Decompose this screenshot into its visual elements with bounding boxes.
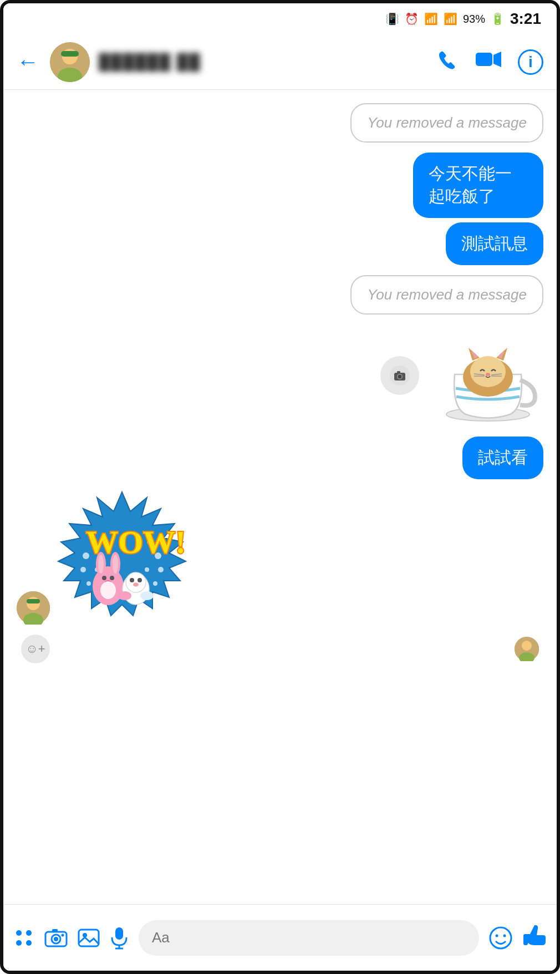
svg-point-76 bbox=[503, 934, 506, 937]
svg-point-45 bbox=[113, 555, 118, 574]
emoji-icon bbox=[489, 926, 512, 950]
chat-area: You removed a message 今天不能一起吃飯了 測試訊息 You… bbox=[3, 90, 557, 904]
svg-rect-67 bbox=[52, 929, 58, 932]
message-bubble-6[interactable]: 試試看 bbox=[462, 437, 543, 479]
svg-point-49 bbox=[100, 581, 116, 599]
nav-bar: ← ██████ ██ i bbox=[3, 34, 557, 90]
reaction-row: ☺+ bbox=[17, 635, 543, 663]
input-bar bbox=[3, 904, 557, 971]
battery-percent: 93% bbox=[463, 13, 485, 26]
status-icons: 📳 ⏰ 📶 📶 93% 🔋 3:21 bbox=[385, 10, 541, 28]
svg-point-74 bbox=[490, 927, 511, 948]
contact-name-blurred: ██████ ██ bbox=[99, 53, 201, 71]
own-avatar-small bbox=[515, 637, 539, 661]
svg-point-61 bbox=[16, 940, 22, 946]
svg-point-33 bbox=[86, 581, 91, 586]
battery-icon: 🔋 bbox=[491, 12, 505, 26]
status-bar: 📳 ⏰ 📶 📶 93% 🔋 3:21 bbox=[3, 3, 557, 34]
sticker-wow-row: WOW! bbox=[17, 489, 543, 625]
info-icon-label: i bbox=[528, 53, 533, 71]
wow-sticker-svg: WOW! bbox=[55, 489, 189, 622]
svg-rect-69 bbox=[79, 930, 99, 946]
svg-point-52 bbox=[130, 578, 134, 582]
emoji-add-button[interactable]: ☺+ bbox=[21, 635, 50, 663]
svg-point-19 bbox=[486, 373, 490, 376]
message-bubble-3[interactable]: 測試訊息 bbox=[446, 222, 543, 265]
cat-sticker bbox=[432, 324, 543, 427]
svg-point-10 bbox=[398, 375, 402, 379]
svg-point-58 bbox=[522, 641, 532, 651]
thumbs-up-icon bbox=[522, 923, 547, 947]
mic-button[interactable] bbox=[110, 926, 129, 950]
contact-name: ██████ ██ bbox=[99, 53, 428, 71]
svg-point-63 bbox=[26, 940, 32, 946]
signal-icon: 📶 bbox=[444, 12, 457, 26]
svg-point-32 bbox=[80, 567, 86, 572]
svg-point-14 bbox=[470, 356, 506, 387]
svg-point-60 bbox=[16, 930, 22, 936]
message-row-4: You removed a message bbox=[17, 275, 543, 314]
message-row-6: 試試看 bbox=[17, 437, 543, 479]
sender-avatar-svg bbox=[17, 591, 50, 625]
svg-point-66 bbox=[54, 937, 58, 941]
nav-actions: i bbox=[437, 48, 543, 75]
thumbs-up-button[interactable] bbox=[522, 923, 547, 953]
message-row-2: 今天不能一起吃飯了 測試訊息 bbox=[17, 153, 543, 265]
sticker-cat-row bbox=[17, 324, 543, 427]
svg-point-53 bbox=[138, 578, 142, 582]
status-time: 3:21 bbox=[510, 10, 541, 28]
svg-point-54 bbox=[133, 583, 139, 587]
svg-rect-77 bbox=[523, 934, 528, 945]
wifi-icon: 📶 bbox=[424, 12, 438, 26]
svg-point-47 bbox=[110, 576, 114, 580]
svg-rect-71 bbox=[115, 927, 123, 940]
message-input[interactable] bbox=[139, 920, 479, 956]
svg-point-55 bbox=[118, 591, 131, 600]
message-bubble-2[interactable]: 今天不能一起吃飯了 bbox=[413, 153, 543, 218]
cat-sticker-svg bbox=[432, 324, 543, 424]
svg-point-43 bbox=[98, 555, 104, 574]
svg-marker-6 bbox=[493, 52, 501, 67]
camera-icon bbox=[390, 366, 410, 385]
image-button[interactable] bbox=[78, 927, 100, 948]
svg-point-46 bbox=[102, 576, 106, 580]
svg-point-38 bbox=[153, 581, 157, 586]
alarm-icon: ⏰ bbox=[405, 12, 419, 26]
message-row-1: You removed a message bbox=[17, 103, 543, 143]
camera-button[interactable] bbox=[380, 356, 419, 395]
camera-input-icon bbox=[44, 927, 68, 948]
camera-input-button[interactable] bbox=[44, 927, 68, 948]
wow-sticker: WOW! bbox=[55, 489, 189, 625]
avatar-image bbox=[50, 42, 90, 82]
menu-button[interactable] bbox=[13, 927, 34, 948]
video-icon bbox=[475, 48, 502, 70]
svg-point-37 bbox=[158, 567, 164, 572]
svg-point-75 bbox=[496, 934, 498, 937]
sender-avatar-small bbox=[17, 591, 50, 625]
mic-icon bbox=[110, 926, 129, 950]
svg-point-36 bbox=[145, 567, 149, 572]
image-icon bbox=[78, 927, 100, 948]
call-button[interactable] bbox=[437, 48, 459, 75]
emoji-button[interactable] bbox=[489, 926, 512, 950]
phone-icon bbox=[437, 48, 459, 70]
removed-message-1: You removed a message bbox=[350, 103, 543, 143]
emoji-add-icon: ☺+ bbox=[26, 642, 45, 656]
video-call-button[interactable] bbox=[475, 48, 502, 75]
vibrate-icon: 📳 bbox=[385, 12, 399, 26]
svg-rect-4 bbox=[61, 51, 79, 57]
svg-rect-5 bbox=[476, 53, 492, 66]
svg-rect-11 bbox=[397, 371, 400, 373]
info-button[interactable]: i bbox=[518, 49, 543, 75]
svg-rect-27 bbox=[27, 599, 40, 603]
svg-point-51 bbox=[126, 572, 146, 592]
back-button[interactable]: ← bbox=[17, 49, 39, 74]
own-avatar-svg bbox=[515, 637, 539, 661]
svg-point-68 bbox=[62, 934, 64, 936]
svg-point-56 bbox=[140, 591, 154, 600]
message-cluster-outgoing: 今天不能一起吃飯了 測試訊息 bbox=[363, 153, 543, 265]
contact-avatar[interactable] bbox=[50, 42, 90, 82]
svg-point-62 bbox=[26, 930, 32, 936]
dots-grid-icon bbox=[13, 927, 34, 948]
removed-message-2: You removed a message bbox=[350, 275, 543, 314]
